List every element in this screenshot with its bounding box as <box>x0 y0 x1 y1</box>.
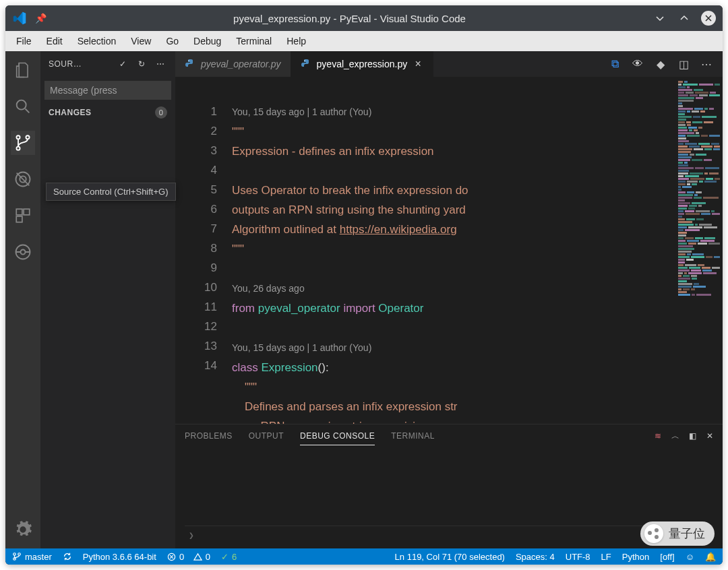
menu-file[interactable]: File <box>9 33 38 49</box>
settings-gear-icon[interactable] <box>11 517 35 542</box>
svg-point-3 <box>26 135 29 139</box>
sidebar-header: SOUR… ✓ ↻ ⋯ <box>40 51 175 77</box>
debug-console-input[interactable]: ❯ <box>185 526 713 544</box>
tab-pyeval-operator[interactable]: pyeval_operator.py <box>175 51 291 77</box>
close-panel-icon[interactable]: ✕ <box>706 431 714 441</box>
titlebar: 📌 pyeval_expression.py - PyEval - Visual… <box>5 5 723 31</box>
menubar: File Edit Selection View Go Debug Termin… <box>5 31 723 51</box>
commit-message-input[interactable]: Message (press <box>44 81 171 100</box>
panel-tab-debug-console[interactable]: DEBUG CONSOLE <box>300 427 375 445</box>
svg-point-2 <box>16 147 20 150</box>
close-button[interactable] <box>701 11 716 26</box>
maximize-button[interactable] <box>677 11 692 26</box>
svg-point-11 <box>188 60 189 61</box>
collapse-icon[interactable]: ︿ <box>671 431 680 442</box>
more-icon[interactable]: ⋯ <box>154 59 167 69</box>
menu-help[interactable]: Help <box>280 33 313 49</box>
debug-console-body[interactable] <box>175 447 723 526</box>
status-bar: master Python 3.6.6 64-bit 0 0 ✓ 6 Ln 11… <box>5 548 723 565</box>
watermark-icon <box>644 524 663 543</box>
tab-label: pyeval_expression.py <box>317 59 408 69</box>
search-icon[interactable] <box>11 94 35 119</box>
menu-edit[interactable]: Edit <box>40 33 69 49</box>
panel-tab-problems[interactable]: PROBLEMS <box>185 427 233 445</box>
watermark: 量子位 <box>640 521 715 546</box>
status-language[interactable]: Python <box>622 552 649 562</box>
status-feedback-icon[interactable]: ☺ <box>686 552 694 562</box>
editor-actions: ⧉ 👁 ◆ ◫ ⋯ <box>599 51 723 77</box>
explorer-icon[interactable] <box>11 58 35 82</box>
tab-pyeval-expression[interactable]: pyeval_expression.py × <box>291 51 434 77</box>
debug-icon[interactable] <box>11 167 35 191</box>
svg-point-13 <box>13 553 16 556</box>
split-editor-icon[interactable]: ◫ <box>677 58 690 71</box>
sidebar: SOUR… ✓ ↻ ⋯ Message (press CHANGES 0 <box>40 51 175 548</box>
status-cursor[interactable]: Ln 119, Col 71 (70 selected) <box>395 552 505 562</box>
svg-point-10 <box>21 250 26 255</box>
status-eol[interactable]: LF <box>601 552 611 562</box>
tab-bar: pyeval_operator.py pyeval_expression.py … <box>175 51 723 77</box>
commit-icon[interactable]: ✓ <box>116 59 129 69</box>
status-python-version[interactable]: Python 3.6.6 64-bit <box>83 552 156 562</box>
code-content[interactable]: You, 15 days ago | 1 author (You) """ Ex… <box>229 77 675 424</box>
menu-go[interactable]: Go <box>159 33 185 49</box>
python-file-icon <box>301 59 311 69</box>
svg-rect-6 <box>16 209 22 215</box>
menu-debug[interactable]: Debug <box>187 33 228 49</box>
vscode-window: 📌 pyeval_expression.py - PyEval - Visual… <box>5 5 723 565</box>
status-sync[interactable] <box>63 552 72 561</box>
menu-terminal[interactable]: Terminal <box>229 33 278 49</box>
diff-icon[interactable]: ◆ <box>654 58 667 71</box>
activity-bar: Source Control (Ctrl+Shift+G) <box>5 51 40 548</box>
activity-tooltip: Source Control (Ctrl+Shift+G) <box>46 183 176 201</box>
status-indentation[interactable]: Spaces: 4 <box>516 552 555 562</box>
vscode-logo-icon <box>12 11 27 26</box>
line-numbers: 1234567891011121314 <box>175 77 229 424</box>
status-notifications-icon[interactable]: 🔔 <box>705 552 716 562</box>
tab-label: pyeval_operator.py <box>201 59 281 69</box>
preview-icon[interactable]: 👁 <box>631 58 644 70</box>
gitlens-icon[interactable] <box>11 240 35 264</box>
watermark-text: 量子位 <box>669 526 705 542</box>
svg-rect-8 <box>16 216 22 222</box>
source-control-icon[interactable] <box>11 131 35 155</box>
refresh-icon[interactable]: ↻ <box>135 59 148 69</box>
svg-point-15 <box>18 553 21 556</box>
workbench: Source Control (Ctrl+Shift+G) SOUR… ✓ ↻ … <box>5 51 723 548</box>
status-problems[interactable]: 0 0 <box>167 552 210 562</box>
pin-icon[interactable]: 📌 <box>35 13 47 24</box>
sidebar-title: SOUR… <box>49 59 111 69</box>
changes-label: CHANGES <box>49 108 155 117</box>
svg-point-0 <box>17 100 26 110</box>
close-tab-icon[interactable]: × <box>413 58 423 70</box>
python-file-icon <box>185 59 195 69</box>
menu-selection[interactable]: Selection <box>71 33 123 49</box>
editor-area: pyeval_operator.py pyeval_expression.py … <box>175 51 723 548</box>
svg-point-12 <box>304 60 305 61</box>
more-actions-icon[interactable]: ⋯ <box>700 58 713 71</box>
maximize-panel-icon[interactable]: ◧ <box>689 431 697 441</box>
window-title: pyeval_expression.py - PyEval - Visual S… <box>47 13 653 24</box>
minimap[interactable] <box>675 77 723 424</box>
status-live-server[interactable]: [off] <box>660 552 674 562</box>
svg-rect-7 <box>24 209 30 215</box>
extensions-icon[interactable] <box>11 203 35 228</box>
changes-count-badge: 0 <box>155 106 167 119</box>
svg-point-1 <box>16 135 20 139</box>
menu-view[interactable]: View <box>124 33 158 49</box>
status-tests[interactable]: ✓ 6 <box>221 552 237 562</box>
clear-console-icon[interactable]: ≋ <box>655 431 662 441</box>
code-editor[interactable]: 1234567891011121314 You, 15 days ago | 1… <box>175 77 723 424</box>
changes-section[interactable]: CHANGES 0 <box>40 100 175 125</box>
minimize-button[interactable] <box>653 11 667 26</box>
compare-icon[interactable]: ⧉ <box>608 58 621 70</box>
panel-tabs: PROBLEMS OUTPUT DEBUG CONSOLE TERMINAL ≋… <box>175 424 723 447</box>
panel-tab-output[interactable]: OUTPUT <box>249 427 284 445</box>
panel-tab-terminal[interactable]: TERMINAL <box>391 427 435 445</box>
status-branch[interactable]: master <box>12 552 52 562</box>
status-encoding[interactable]: UTF-8 <box>566 552 590 562</box>
